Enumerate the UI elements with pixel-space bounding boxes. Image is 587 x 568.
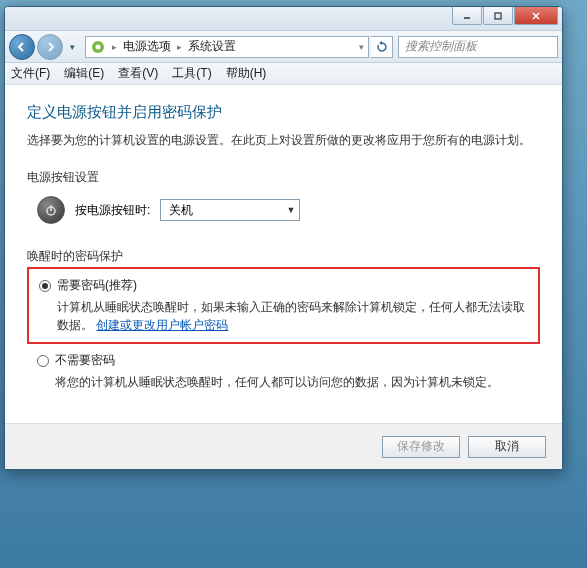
require-password-title: 需要密码(推荐) [57,277,137,294]
control-panel-window: ▾ ▸ 电源选项 ▸ 系统设置 ▾ 搜索控制面板 文件(F) 编辑(E) 查看(… [4,6,563,470]
power-button-row: 按电源按钮时: 关机 ▼ [27,196,540,224]
minimize-button[interactable] [452,7,482,25]
close-button[interactable] [514,7,558,25]
chevron-down-icon[interactable]: ▾ [359,42,364,52]
power-button-section-label: 电源按钮设置 [27,169,540,186]
breadcrumb-item[interactable]: 系统设置 [188,38,236,55]
refresh-icon [376,41,388,53]
power-action-value: 关机 [169,202,193,219]
wake-section-label: 唤醒时的密码保护 [27,248,540,265]
menu-tools[interactable]: 工具(T) [172,65,211,82]
back-button[interactable] [9,34,35,60]
close-icon [531,11,541,21]
menu-view[interactable]: 查看(V) [118,65,158,82]
menu-edit[interactable]: 编辑(E) [64,65,104,82]
no-password-title: 不需要密码 [55,352,115,369]
power-button-label: 按电源按钮时: [75,202,150,219]
menu-file[interactable]: 文件(F) [11,65,50,82]
nav-row: ▾ ▸ 电源选项 ▸ 系统设置 ▾ 搜索控制面板 [5,31,562,63]
footer: 保存修改 取消 [5,423,562,469]
save-button[interactable]: 保存修改 [382,436,460,458]
content-area: 定义电源按钮并启用密码保护 选择要为您的计算机设置的电源设置。在此页上对设置所做… [5,85,562,423]
svg-point-5 [96,44,101,49]
minimize-icon [462,11,472,21]
chevron-right-icon: ▸ [177,42,182,52]
require-password-option[interactable]: 需要密码(推荐) 计算机从睡眠状态唤醒时，如果未输入正确的密码来解除计算机锁定，… [27,267,540,344]
cancel-button[interactable]: 取消 [468,436,546,458]
titlebar [5,7,562,31]
breadcrumb-item[interactable]: 电源选项 [123,38,171,55]
power-options-icon [90,39,106,55]
create-password-link[interactable]: 创建或更改用户帐户密码 [96,318,228,332]
search-placeholder: 搜索控制面板 [405,38,477,55]
no-password-option[interactable]: 不需要密码 将您的计算机从睡眠状态唤醒时，任何人都可以访问您的数据，因为计算机未… [27,344,540,399]
svg-rect-1 [495,13,501,19]
address-bar[interactable]: ▸ 电源选项 ▸ 系统设置 ▾ [85,36,369,58]
chevron-right-icon: ▸ [112,42,117,52]
menu-help[interactable]: 帮助(H) [226,65,267,82]
no-password-desc: 将您的计算机从睡眠状态唤醒时，任何人都可以访问您的数据，因为计算机未锁定。 [37,373,530,391]
search-input[interactable]: 搜索控制面板 [398,36,558,58]
history-dropdown[interactable]: ▾ [65,42,79,52]
page-title: 定义电源按钮并启用密码保护 [27,103,540,122]
maximize-button[interactable] [483,7,513,25]
require-password-desc: 计算机从睡眠状态唤醒时，如果未输入正确的密码来解除计算机锁定，任何人都无法读取数… [39,298,528,334]
back-icon [16,41,28,53]
forward-icon [44,41,56,53]
chevron-down-icon: ▼ [286,205,295,215]
radio-require-password[interactable] [39,280,51,292]
power-icon [37,196,65,224]
refresh-button[interactable] [371,36,393,58]
maximize-icon [493,11,503,21]
page-description: 选择要为您的计算机设置的电源设置。在此页上对设置所做的更改将应用于您所有的电源计… [27,132,540,149]
forward-button[interactable] [37,34,63,60]
menu-bar: 文件(F) 编辑(E) 查看(V) 工具(T) 帮助(H) [5,63,562,85]
power-action-select[interactable]: 关机 ▼ [160,199,300,221]
radio-no-password[interactable] [37,355,49,367]
